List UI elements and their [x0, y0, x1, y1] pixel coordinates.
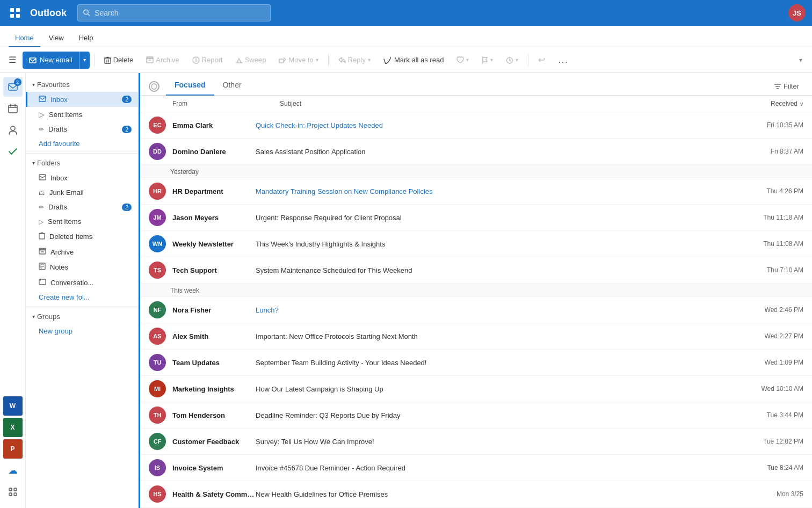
tab-other[interactable]: Other	[214, 77, 250, 96]
flag-button[interactable]: ▾	[476, 53, 498, 67]
sidebar-item-sent-fav[interactable]: ▷ Sent Items	[26, 107, 138, 122]
tab-help[interactable]: Help	[73, 30, 100, 47]
report-label: Report	[202, 56, 223, 64]
svg-rect-33	[39, 96, 46, 101]
app-logo: Outlook	[30, 8, 67, 19]
filter-button[interactable]: Filter	[770, 80, 803, 92]
left-icon-powerpoint[interactable]: P	[3, 439, 23, 459]
tab-focused[interactable]: Focused	[166, 77, 214, 96]
groups-collapse-icon: ▾	[32, 314, 35, 320]
email-row[interactable]: ISInvoice SystemInvoice #45678 Due Remin…	[140, 455, 812, 481]
svg-rect-1	[16, 8, 20, 12]
archive-folder-icon-svg	[39, 248, 46, 255]
new-email-dropdown[interactable]: ▾	[79, 52, 90, 69]
add-favourite-link[interactable]: Add favourite	[26, 136, 138, 151]
left-icon-tasks[interactable]	[3, 142, 23, 161]
svg-rect-18	[279, 59, 284, 63]
email-row[interactable]: CFCustomer FeedbackSurvey: Tell Us How W…	[140, 429, 812, 455]
email-row[interactable]: TSTech SupportSystem Maintenance Schedul…	[140, 257, 812, 284]
select-all-checkbox[interactable]	[149, 81, 160, 92]
report-button[interactable]: Report	[187, 53, 228, 67]
email-row[interactable]: THTom HendersonDeadline Reminder: Q3 Rep…	[140, 402, 812, 429]
email-row[interactable]: NFNora FisherLunch?Wed 2:46 PM	[140, 297, 812, 323]
email-row[interactable]: HSHealth & Safety CommitteeNew Health Gu…	[140, 481, 812, 507]
inbox-folder-icon	[39, 173, 46, 182]
mail-small-icon	[39, 96, 46, 102]
create-folder-link[interactable]: Create new fol...	[26, 290, 138, 304]
sweep-button[interactable]: Sweep	[230, 53, 272, 67]
apps-button[interactable]	[6, 4, 24, 21]
email-time: Thu 4:26 PM	[744, 187, 803, 195]
sidebar-item-inbox-folder[interactable]: Inbox	[26, 170, 138, 185]
email-row[interactable]: TUTeam UpdatesSeptember Team Building Ac…	[140, 350, 812, 376]
inbox-folder-label: Inbox	[50, 174, 132, 182]
email-from: Team Updates	[172, 359, 256, 367]
sidebar-divider-1	[26, 153, 138, 154]
new-group-link[interactable]: New group	[26, 324, 138, 338]
email-subject: This Week's Industry Highlights & Insigh…	[256, 240, 744, 248]
left-icon-onedrive[interactable]: ☁	[3, 461, 23, 480]
reply-chevron: ▾	[368, 57, 371, 63]
email-time: Fri 10:35 AM	[744, 121, 803, 129]
email-row[interactable]: ASAlex SmithImportant: New Office Protoc…	[140, 323, 812, 350]
email-row[interactable]: MIMarketing InsightsHow Our Latest Campa…	[140, 376, 812, 402]
user-avatar[interactable]: JS	[788, 4, 806, 21]
undo-button[interactable]: ↩	[533, 52, 550, 68]
left-icon-calendar[interactable]	[3, 99, 23, 118]
left-icon-contacts[interactable]	[3, 120, 23, 140]
more-button[interactable]: ...	[553, 52, 574, 68]
email-subject: Sales Assistant Position Application	[256, 148, 744, 156]
flag-icon	[482, 56, 488, 64]
favourites-header[interactable]: ▾ Favourites	[26, 77, 138, 92]
received-header[interactable]: Received ∨	[739, 100, 803, 107]
email-from: Emma Clark	[172, 121, 256, 129]
delete-button[interactable]: Delete	[99, 53, 139, 67]
search-icon	[83, 9, 90, 17]
left-icon-excel[interactable]: X	[3, 418, 23, 437]
email-from: Tom Henderson	[172, 411, 256, 419]
sidebar-item-junk[interactable]: 🗂 Junk Email	[26, 185, 138, 200]
inbox-fav-icon	[39, 95, 46, 104]
tab-view[interactable]: View	[42, 30, 70, 47]
tab-home[interactable]: Home	[9, 30, 40, 47]
sidebar-item-drafts-fav[interactable]: ✏ Drafts 2	[26, 122, 138, 136]
search-input[interactable]	[95, 9, 265, 17]
left-icon-word[interactable]: W	[3, 396, 23, 416]
left-icon-mail[interactable]: 2	[3, 77, 23, 97]
email-row[interactable]: JMJason MeyersUrgent: Response Required …	[140, 205, 812, 231]
mark-all-read-button[interactable]: Mark all as read	[378, 53, 449, 67]
check-circle-icon	[151, 83, 157, 90]
groups-header[interactable]: ▾ Groups	[26, 309, 138, 324]
sidebar-item-conversations[interactable]: Conversatio...	[26, 275, 138, 290]
date-group-row: This week	[140, 284, 812, 297]
reply-button[interactable]: Reply ▾	[333, 53, 376, 67]
left-icon-grid[interactable]	[3, 482, 23, 502]
left-nav-apps: W X P ☁	[3, 396, 23, 508]
email-row[interactable]: ECEmma ClarkQuick Check-in: Project Upda…	[140, 112, 812, 139]
email-row[interactable]: HRHR DepartmentMandatory Training Sessio…	[140, 178, 812, 205]
new-email-button[interactable]: New email	[23, 53, 79, 67]
svg-rect-24	[9, 105, 17, 113]
snooze-button[interactable]: ▾	[501, 53, 524, 67]
sidebar-item-archive[interactable]: Archive	[26, 244, 138, 259]
move-to-button[interactable]: Move to ▾	[273, 53, 323, 67]
like-button[interactable]: ▾	[451, 53, 474, 67]
sidebar-item-drafts-folder[interactable]: ✏ Drafts 2	[26, 200, 138, 214]
left-nav-icons: 2 W X P ☁	[0, 73, 26, 508]
favourites-label: Favourites	[37, 81, 70, 89]
collapse-toolbar-button[interactable]: ▾	[794, 53, 808, 67]
archive-button[interactable]: Archive	[141, 53, 184, 67]
sidebar-item-notes[interactable]: Notes	[26, 259, 138, 275]
new-email-group: New email ▾	[23, 52, 90, 69]
sidebar-item-deleted[interactable]: Deleted Items	[26, 229, 138, 244]
sidebar-item-inbox-fav[interactable]: Inbox 2	[26, 92, 138, 107]
move-to-label: Move to	[288, 56, 313, 64]
folders-header[interactable]: ▾ Folders	[26, 156, 138, 170]
search-bar[interactable]	[77, 4, 271, 21]
mail-badge: 2	[14, 78, 21, 86]
menu-toggle-button[interactable]: ☰	[4, 52, 20, 68]
sidebar-item-sent-folder[interactable]: ▷ Sent Items	[26, 214, 138, 229]
email-row[interactable]: WNWeekly NewsletterThis Week's Industry …	[140, 231, 812, 257]
favourites-collapse-icon: ▾	[32, 82, 35, 88]
email-row[interactable]: DDDomino DaniereSales Assistant Position…	[140, 139, 812, 165]
